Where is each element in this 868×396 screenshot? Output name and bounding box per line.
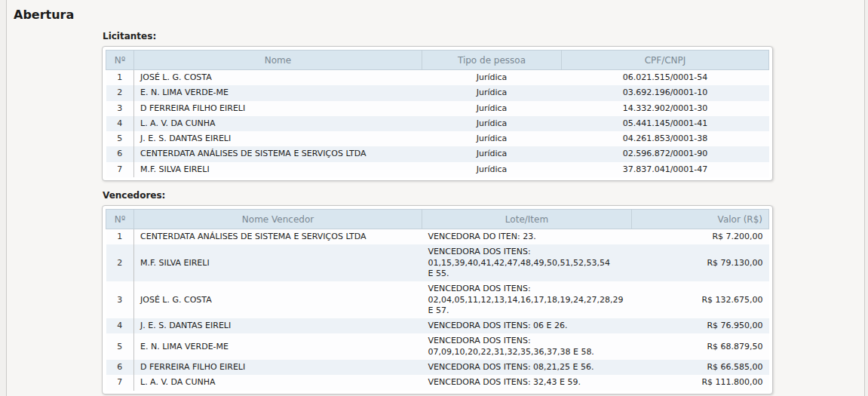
row-number-cell: 7 xyxy=(106,162,134,177)
vencedores-table-box: Nº Nome Vencedor Lote/Item Valor (R$) 1C… xyxy=(102,205,773,394)
table-row: 3D FERREIRA FILHO EIRELIJurídica14.332.9… xyxy=(106,101,769,116)
cpf-cnpj-cell: 03.692.196/0001-10 xyxy=(562,85,769,100)
cpf-cnpj-cell: 05.441.145/0001-41 xyxy=(562,116,769,131)
table-row: 1JOSÉ L. G. COSTAJurídica06.021.515/0001… xyxy=(106,70,769,86)
licitantes-table-box: Nº Nome Tipo de pessoa CPF/CNPJ 1JOSÉ L.… xyxy=(102,46,773,181)
table-row: 5E. N. LIMA VERDE-MEVENCEDORA DOS ITENS:… xyxy=(106,333,769,360)
row-number-cell: 4 xyxy=(106,116,134,131)
cpf-cnpj-cell: 02.596.872/0001-90 xyxy=(562,146,769,161)
row-number-cell: 6 xyxy=(106,146,134,161)
cpf-cnpj-cell: 04.261.853/0001-38 xyxy=(562,131,769,146)
lote-item-cell: VENCEDORA DOS ITENS: 08,21,25 E 56. xyxy=(422,360,632,375)
table-row: 4L. A. V. DA CUNHAJurídica05.441.145/000… xyxy=(106,116,769,131)
table-row: 7M.F. SILVA EIRELIJurídica37.837.041/000… xyxy=(106,162,769,177)
winner-name-cell: CENTERDATA ANÁLISES DE SISTEMA E SERVIÇO… xyxy=(134,229,422,245)
value-cell: R$ 111.800,00 xyxy=(632,375,769,390)
table-row: 2M.F. SILVA EIRELIVENCEDORA DOS ITENS: 0… xyxy=(106,244,769,281)
lote-item-cell: VENCEDORA DO ITEN: 23. xyxy=(422,229,632,245)
row-number-cell: 2 xyxy=(106,85,134,100)
row-number-cell: 1 xyxy=(106,70,134,86)
value-cell: R$ 76.950,00 xyxy=(632,318,769,333)
person-type-cell: Jurídica xyxy=(422,101,562,116)
value-cell: R$ 132.675,00 xyxy=(632,281,769,318)
row-number-cell: 1 xyxy=(106,229,134,245)
winner-name-cell: JOSÉ L. G. COSTA xyxy=(134,281,422,318)
column-header-valor: Valor (R$) xyxy=(632,210,769,229)
vencedores-table: Nº Nome Vencedor Lote/Item Valor (R$) 1C… xyxy=(106,209,769,391)
vencedores-label: Vencedores: xyxy=(103,190,773,201)
value-cell: R$ 7.200,00 xyxy=(632,229,769,245)
tables-area: Licitantes: Nº Nome Tipo de pessoa CPF/C… xyxy=(102,31,773,394)
column-header-nome: Nome xyxy=(134,51,422,70)
value-cell: R$ 66.585,00 xyxy=(632,360,769,375)
vencedores-table-body: 1CENTERDATA ANÁLISES DE SISTEMA E SERVIÇ… xyxy=(106,229,769,391)
cpf-cnpj-cell: 37.837.041/0001-47 xyxy=(562,162,769,177)
winner-name-cell: E. N. LIMA VERDE-ME xyxy=(134,333,422,360)
row-number-cell: 6 xyxy=(106,360,134,375)
column-header-nome-vencedor: Nome Vencedor xyxy=(134,210,422,229)
person-type-cell: Jurídica xyxy=(422,116,562,131)
row-number-cell: 2 xyxy=(106,244,134,281)
licitantes-table-body: 1JOSÉ L. G. COSTAJurídica06.021.515/0001… xyxy=(106,70,769,178)
column-header-numero: Nº xyxy=(106,51,134,70)
lote-item-cell: VENCEDORA DOS ITENS: 01,15,39,40,41,42,4… xyxy=(422,244,632,281)
bidder-name-cell: E. N. LIMA VERDE-ME xyxy=(134,85,422,100)
content-panel: Abertura Licitantes: Nº Nome Tipo de pes… xyxy=(6,0,865,396)
person-type-cell: Jurídica xyxy=(422,162,562,177)
person-type-cell: Jurídica xyxy=(422,131,562,146)
cpf-cnpj-cell: 06.021.515/0001-54 xyxy=(562,70,769,86)
table-row: 6CENTERDATA ANÁLISES DE SISTEMA E SERVIÇ… xyxy=(106,146,769,161)
licitantes-label: Licitantes: xyxy=(103,31,773,41)
winner-name-cell: L. A. V. DA CUNHA xyxy=(134,375,422,390)
row-number-cell: 5 xyxy=(106,333,134,360)
table-row: 1CENTERDATA ANÁLISES DE SISTEMA E SERVIÇ… xyxy=(106,229,769,245)
lote-item-cell: VENCEDORA DOS ITENS: 07,09,10,20,22,31,3… xyxy=(422,333,632,360)
bidder-name-cell: CENTERDATA ANÁLISES DE SISTEMA E SERVIÇO… xyxy=(134,146,422,161)
row-number-cell: 7 xyxy=(106,375,134,390)
table-row: 4J. E. S. DANTAS EIRELIVENCEDORA DOS ITE… xyxy=(106,318,769,333)
vencedores-section: Vencedores: Nº Nome Vencedor Lote/Item V… xyxy=(102,190,773,394)
lote-item-cell: VENCEDORA DOS ITENS: 32,43 E 59. xyxy=(422,375,632,390)
value-cell: R$ 68.879,50 xyxy=(632,333,769,360)
table-row: 3JOSÉ L. G. COSTAVENCEDORA DOS ITENS: 02… xyxy=(106,281,769,318)
person-type-cell: Jurídica xyxy=(422,146,562,161)
licitantes-section: Licitantes: Nº Nome Tipo de pessoa CPF/C… xyxy=(102,31,773,181)
row-number-cell: 4 xyxy=(106,318,134,333)
licitantes-table: Nº Nome Tipo de pessoa CPF/CNPJ 1JOSÉ L.… xyxy=(106,50,769,177)
page-title: Abertura xyxy=(14,8,864,22)
table-row: 5J. E. S. DANTAS EIRELIJurídica04.261.85… xyxy=(106,131,769,146)
bidder-name-cell: D FERREIRA FILHO EIRELI xyxy=(134,101,422,116)
bidder-name-cell: L. A. V. DA CUNHA xyxy=(134,116,422,131)
licitantes-header-row: Nº Nome Tipo de pessoa CPF/CNPJ xyxy=(106,51,769,70)
table-row: 7L. A. V. DA CUNHAVENCEDORA DOS ITENS: 3… xyxy=(106,375,769,390)
column-header-lote-item: Lote/Item xyxy=(422,210,632,229)
column-header-cpf-cnpj: CPF/CNPJ xyxy=(562,51,769,70)
lote-item-cell: VENCEDORA DOS ITENS: 06 E 26. xyxy=(422,318,632,333)
winner-name-cell: M.F. SILVA EIRELI xyxy=(134,244,422,281)
value-cell: R$ 79.130,00 xyxy=(632,244,769,281)
bidder-name-cell: M.F. SILVA EIRELI xyxy=(134,162,422,177)
bidder-name-cell: JOSÉ L. G. COSTA xyxy=(134,70,422,86)
cpf-cnpj-cell: 14.332.902/0001-30 xyxy=(562,101,769,116)
row-number-cell: 5 xyxy=(106,131,134,146)
lote-item-cell: VENCEDORA DOS ITENS: 02,04,05,11,12,13,1… xyxy=(422,281,632,318)
row-number-cell: 3 xyxy=(106,101,134,116)
winner-name-cell: J. E. S. DANTAS EIRELI xyxy=(134,318,422,333)
column-header-tipo-pessoa: Tipo de pessoa xyxy=(422,51,562,70)
bidder-name-cell: J. E. S. DANTAS EIRELI xyxy=(134,131,422,146)
person-type-cell: Jurídica xyxy=(422,85,562,100)
table-row: 6D FERREIRA FILHO EIRELIVENCEDORA DOS IT… xyxy=(106,360,769,375)
table-row: 2E. N. LIMA VERDE-MEJurídica03.692.196/0… xyxy=(106,85,769,100)
vencedores-header-row: Nº Nome Vencedor Lote/Item Valor (R$) xyxy=(106,210,769,229)
column-header-numero: Nº xyxy=(106,210,134,229)
person-type-cell: Jurídica xyxy=(422,70,562,86)
row-number-cell: 3 xyxy=(106,281,134,318)
winner-name-cell: D FERREIRA FILHO EIRELI xyxy=(134,360,422,375)
